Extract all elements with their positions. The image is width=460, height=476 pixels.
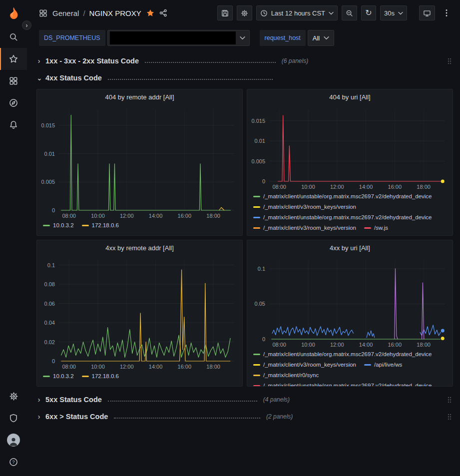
legend-swatch bbox=[253, 385, 260, 386]
variable-label-request-host: request_host bbox=[260, 30, 306, 46]
legend-label: /_matrix/client/v3/room_keys/version bbox=[263, 360, 356, 370]
dashboard-settings-button[interactable] bbox=[237, 5, 252, 20]
legend-swatch bbox=[82, 376, 89, 377]
sidebar-item-configuration[interactable] bbox=[0, 385, 27, 407]
svg-text:10:00: 10:00 bbox=[301, 342, 315, 348]
legend-label: /_matrix/client/unstable/org.matrix.msc2… bbox=[263, 191, 432, 202]
favorite-star-icon[interactable] bbox=[146, 9, 154, 17]
breadcrumb-title[interactable]: NGINX PROXY bbox=[89, 9, 141, 17]
sidebar-item-dashboards[interactable] bbox=[0, 70, 27, 92]
sidebar-item-profile[interactable] bbox=[0, 429, 27, 451]
sidebar-item-help[interactable]: ? bbox=[0, 451, 27, 473]
refresh-interval-dropdown[interactable]: 30s bbox=[380, 5, 407, 20]
request-host-value: All bbox=[313, 34, 320, 42]
chart-svg[interactable]: 08:0010:0012:0014:0016:0018:0000.0050.01… bbox=[37, 104, 242, 220]
legend-item[interactable]: /_matrix/client/unstable/org.matrix.msc2… bbox=[253, 349, 432, 360]
save-dashboard-button[interactable] bbox=[217, 5, 233, 20]
svg-text:0.1: 0.1 bbox=[47, 262, 55, 268]
legend-label: /sw.js bbox=[374, 223, 388, 233]
chart-svg[interactable]: 08:0010:0012:0014:0016:0018:0000.0050.01… bbox=[247, 104, 453, 191]
svg-text:16:00: 16:00 bbox=[388, 184, 402, 190]
svg-text:16:00: 16:00 bbox=[388, 342, 402, 348]
request-host-select[interactable]: All bbox=[308, 30, 334, 46]
variable-request-host: request_host All bbox=[260, 30, 335, 46]
svg-text:18:00: 18:00 bbox=[417, 342, 431, 348]
chevron-down-icon bbox=[324, 36, 329, 40]
row-header-4xx[interactable]: ⌄ 4xx Status Code bbox=[36, 71, 453, 85]
gear-icon bbox=[9, 392, 18, 401]
row-header-6xx[interactable]: › 6xx > Status Code (2 panels) bbox=[36, 410, 453, 424]
chevron-down-icon bbox=[398, 11, 403, 15]
legend-swatch bbox=[253, 375, 260, 376]
row-header-1xx[interactable]: › 1xx - 3xx - 2xx Status Code (6 panels) bbox=[36, 54, 453, 68]
time-series-chart[interactable]: 08:0010:0012:0014:0016:0018:0000.0050.01… bbox=[247, 104, 453, 191]
sidebar-item-explore[interactable] bbox=[0, 92, 27, 114]
svg-text:18:00: 18:00 bbox=[206, 213, 220, 219]
zoom-out-button[interactable] bbox=[342, 5, 357, 20]
legend-label: /_matrix/client/v3/room_keys/version bbox=[263, 202, 356, 212]
tv-mode-button[interactable] bbox=[419, 5, 435, 20]
svg-text:12:00: 12:00 bbox=[330, 342, 344, 348]
time-range-label: Last 12 hours CST bbox=[271, 9, 325, 17]
legend-item[interactable]: /api/live/ws bbox=[364, 360, 402, 370]
legend-item[interactable]: /_matrix/client/v3/room_keys/version bbox=[253, 223, 356, 233]
panel-404-by-remote-addr: 404 by remote addr [All] 08:0010:0012:00… bbox=[36, 89, 243, 236]
breadcrumb: General / NGINX PROXY bbox=[52, 9, 141, 17]
sidebar-item-starred[interactable] bbox=[0, 48, 27, 70]
svg-text:14:00: 14:00 bbox=[359, 342, 373, 348]
row-dotted-leader bbox=[108, 401, 257, 402]
panel-title[interactable]: 404 by uri [All] bbox=[247, 89, 453, 104]
chart-svg[interactable]: 08:0010:0012:0014:0016:0018:0000.020.040… bbox=[37, 255, 242, 371]
legend-item[interactable]: /_matrix/client/v3/room_keys/version bbox=[253, 202, 356, 212]
panel-legend: 10.0.3.2172.18.0.6 bbox=[37, 220, 242, 235]
legend-swatch bbox=[364, 364, 371, 366]
sidebar-item-server-admin[interactable] bbox=[0, 407, 27, 429]
variable-label-datasource: DS_PROMETHEUS bbox=[39, 30, 105, 46]
panel-title[interactable]: 4xx by uri [All] bbox=[247, 240, 453, 255]
datasource-value-redacted bbox=[110, 31, 236, 44]
legend-swatch bbox=[253, 354, 260, 355]
legend-item[interactable]: /_matrix/client/unstable/org.matrix.msc2… bbox=[253, 191, 432, 202]
legend-item[interactable]: 172.18.0.6 bbox=[82, 371, 119, 382]
row-header-5xx[interactable]: › 5xx Status Code (4 panels) bbox=[36, 393, 453, 407]
svg-text:0.005: 0.005 bbox=[251, 158, 265, 164]
legend-item[interactable]: 10.0.3.2 bbox=[43, 220, 74, 231]
svg-text:10:00: 10:00 bbox=[91, 364, 105, 370]
share-icon[interactable] bbox=[159, 9, 167, 17]
drag-handle-icon[interactable] bbox=[447, 57, 452, 65]
legend-item[interactable]: /_matrix/client/r0/sync bbox=[253, 370, 319, 381]
svg-text:0.015: 0.015 bbox=[251, 118, 265, 124]
datasource-select[interactable] bbox=[107, 30, 250, 46]
star-icon bbox=[9, 54, 18, 63]
legend-label: /_matrix/client/r0/sync bbox=[263, 370, 319, 381]
sidebar-collapse-button[interactable]: › bbox=[22, 20, 31, 30]
legend-item[interactable]: /_matrix/client/unstable/org.matrix.msc2… bbox=[253, 381, 432, 386]
legend-swatch bbox=[253, 196, 260, 197]
sidebar-item-alerting[interactable] bbox=[0, 114, 27, 136]
time-range-picker[interactable]: Last 12 hours CST bbox=[256, 5, 338, 20]
legend-item[interactable]: /_matrix/client/v3/room_keys/version bbox=[253, 360, 356, 370]
sidebar-item-search[interactable] bbox=[0, 26, 27, 48]
panel-title[interactable]: 404 by remote addr [All] bbox=[37, 89, 242, 104]
save-icon bbox=[221, 9, 229, 17]
svg-text:14:00: 14:00 bbox=[149, 213, 163, 219]
refresh-button[interactable]: ↻ bbox=[361, 5, 376, 20]
drag-handle-icon[interactable] bbox=[447, 396, 452, 404]
time-series-chart[interactable]: 08:0010:0012:0014:0016:0018:0000.0050.01… bbox=[37, 104, 242, 220]
legend-label: 172.18.0.6 bbox=[92, 371, 119, 382]
legend-item[interactable]: /_matrix/client/unstable/org.matrix.msc2… bbox=[253, 212, 432, 223]
time-series-chart[interactable]: 08:0010:0012:0014:0016:0018:0000.020.040… bbox=[37, 255, 242, 371]
search-icon bbox=[9, 32, 18, 41]
legend-item[interactable]: 172.18.0.6 bbox=[82, 220, 119, 231]
chevron-right-icon: › bbox=[36, 396, 41, 404]
breadcrumb-separator: / bbox=[83, 9, 85, 17]
drag-handle-icon[interactable] bbox=[447, 413, 452, 421]
chart-svg[interactable]: 08:0010:0012:0014:0016:0018:0000.050.1 bbox=[247, 255, 453, 349]
row-title: 1xx - 3xx - 2xx Status Code bbox=[45, 57, 139, 65]
panel-title[interactable]: 4xx by remote addr [All] bbox=[37, 240, 242, 255]
legend-item[interactable]: /sw.js bbox=[364, 223, 388, 233]
breadcrumb-section[interactable]: General bbox=[52, 9, 79, 17]
time-series-chart[interactable]: 08:0010:0012:0014:0016:0018:0000.050.1 bbox=[247, 255, 453, 349]
more-options-button[interactable] bbox=[439, 5, 454, 20]
legend-item[interactable]: 10.0.3.2 bbox=[43, 371, 74, 382]
